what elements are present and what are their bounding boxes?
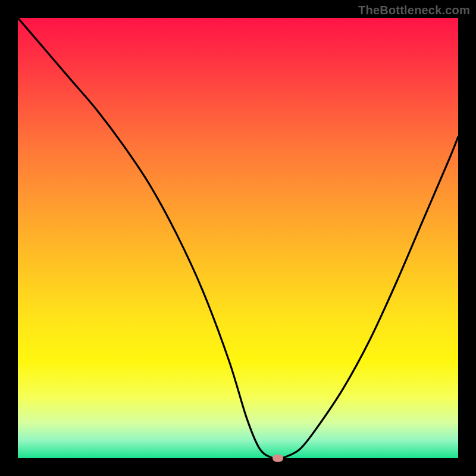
chart-frame: TheBottleneck.com	[0, 0, 476, 476]
bottleneck-chart	[18, 18, 458, 458]
plot-area	[18, 18, 458, 458]
optimal-point-marker	[273, 455, 283, 462]
watermark-text: TheBottleneck.com	[358, 4, 470, 17]
